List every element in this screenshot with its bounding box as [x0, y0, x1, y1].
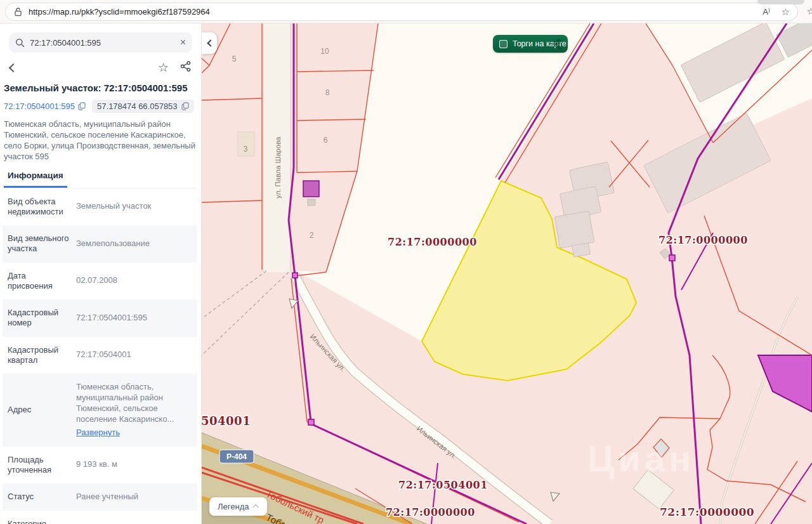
- address-bar[interactable]: https://map.ru/pkk?ysclid=mmoekgi6zf1875…: [5, 3, 798, 21]
- copy-icon[interactable]: [181, 102, 189, 110]
- coordinates-chip[interactable]: 57.178474 66.057853: [92, 100, 194, 113]
- torgi-button[interactable]: Торги на карте: [493, 35, 568, 53]
- info-row-object-type: Вид объекта недвижимости Земельный участ…: [3, 188, 197, 226]
- back-icon[interactable]: [9, 63, 18, 72]
- browser-toolbar: https://map.ru/pkk?ysclid=mmoekgi6zf1875…: [0, 0, 812, 23]
- favorites-star-icon[interactable]: ☆: [782, 6, 790, 18]
- search-icon: [15, 38, 25, 48]
- search-box[interactable]: ×: [9, 32, 192, 53]
- lock-icon: [13, 7, 23, 16]
- cadastral-label-left: 0504001: [202, 414, 251, 428]
- legend-button[interactable]: Легенда: [209, 497, 267, 516]
- svg-text:5: 5: [232, 55, 237, 63]
- info-row-land-category: Категория земель Земли населенных пункто…: [3, 511, 197, 524]
- sidebar: × ☆ Земельный участок: 72:17:0504001:595: [0, 23, 202, 524]
- info-row-cadastral-number: Кадастровый номер 72:17:0504001:595: [3, 299, 197, 337]
- cadastral-label-bottom-right: 72:17:0000000: [660, 506, 754, 518]
- collections-star-icon[interactable]: ☆: [807, 6, 812, 17]
- page: https://map.ru/pkk?ysclid=mmoekgi6zf1875…: [0, 0, 812, 524]
- svg-text:8: 8: [325, 88, 330, 97]
- page-title: Земельный участок: 72:17:0504001:595: [3, 82, 197, 93]
- cadastral-number-link[interactable]: 72:17:0504001:595: [4, 102, 86, 111]
- search-input[interactable]: [30, 38, 180, 48]
- url-text[interactable]: https://map.ru/pkk?ysclid=mmoekgi6zf1875…: [29, 7, 763, 16]
- map-canvas[interactable]: Циан ул. Павла Шарова Ильинская ул. Ильи…: [202, 23, 812, 524]
- cadastral-label-bottom-quarter: 72:17:0504001: [398, 479, 488, 491]
- info-row-address: Адрес Тюменская область, муниципальный р…: [3, 374, 197, 446]
- clear-search-icon[interactable]: ×: [180, 37, 186, 48]
- svg-text:3: 3: [244, 145, 248, 154]
- road-badge: Р-404: [226, 452, 247, 461]
- expand-address-link[interactable]: Развернуть: [76, 428, 120, 438]
- read-aloud-icon[interactable]: A): [763, 7, 769, 16]
- watermark: Циан: [587, 438, 695, 479]
- cadastral-label-bottom-zero: 72:17:0000000: [386, 506, 475, 518]
- sidebar-collapse-button[interactable]: [202, 32, 217, 54]
- chevron-up-icon: [253, 504, 259, 511]
- info-row-cadastral-quarter: Кадастровый квартал 72:17:0504001: [3, 337, 197, 374]
- bookmark-star-icon[interactable]: ☆: [158, 62, 169, 74]
- street-label-pavla: ул. Павла Шарова: [274, 136, 282, 199]
- chevron-left-icon: [207, 39, 214, 46]
- cadastral-label-center: 72:17:0000000: [388, 236, 477, 248]
- copy-icon[interactable]: [78, 102, 86, 110]
- tab-information[interactable]: Информация: [4, 171, 67, 188]
- info-row-date: Дата присвоения 02.07.2008: [3, 263, 197, 300]
- svg-text:2: 2: [310, 231, 314, 240]
- svg-text:10: 10: [320, 47, 329, 56]
- cadastral-label-right: 72:17:0000000: [658, 234, 748, 246]
- gavel-icon: [551, 37, 564, 50]
- share-icon[interactable]: [180, 61, 191, 74]
- torgi-checkbox[interactable]: [499, 40, 508, 48]
- info-row-status: Статус Ранее учтенный: [3, 483, 197, 511]
- browser-tab-stub: [757, 0, 804, 4]
- svg-text:6: 6: [324, 136, 328, 145]
- address-summary: Тюменская область, муниципальный район Т…: [3, 119, 197, 162]
- info-row-area: Площадь уточненная 9 193 кв. м: [3, 447, 197, 484]
- info-row-parcel-kind: Вид земельного участка Землепользование: [3, 225, 197, 263]
- magenta-building: [303, 181, 319, 197]
- info-table: Вид объекта недвижимости Земельный участ…: [3, 188, 197, 524]
